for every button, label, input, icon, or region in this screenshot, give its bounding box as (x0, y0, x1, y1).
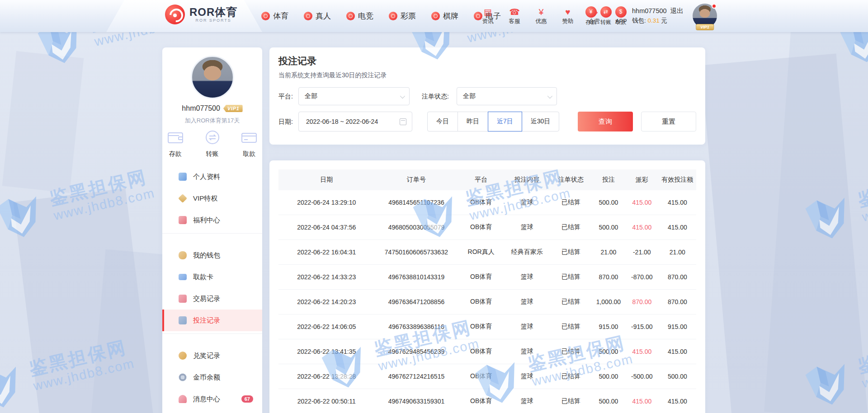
cell-order: 4967629485456239 (375, 348, 458, 355)
sidebar-item-label: 福利中心 (193, 216, 220, 225)
sidebar-item-profile[interactable]: 个人资料 (162, 166, 262, 188)
cell-bet: 500.00 (592, 373, 625, 380)
table-row: 2022-06-24 13:29:104968145651107236OB体育篮… (278, 190, 696, 215)
cell-order: 747501606065733632 (375, 249, 458, 256)
avatar[interactable] (191, 56, 234, 99)
cell-date: 2022-06-22 14:06:05 (278, 323, 375, 330)
range-7days-button[interactable]: 近7日 (488, 112, 522, 131)
util-label: 客服 (509, 18, 520, 25)
nav-item-label: 体育 (273, 11, 288, 21)
brand-logo[interactable]: ROR体育 ROR SPORTS (165, 5, 237, 24)
platform-label: 平台: (278, 87, 293, 105)
sidebar-item-label: 投注记录 (193, 316, 220, 325)
quick-range-group: 今日 昨日 近7日 近30日 (427, 112, 559, 131)
column-header: 日期 (278, 176, 375, 184)
sports-icon (261, 12, 270, 20)
cell-order: 4967636471208856 (375, 298, 458, 305)
column-header: 派彩 (625, 176, 659, 184)
cell-payout: -21.00 (625, 249, 659, 256)
nav-news-button[interactable]: ▤资讯 (477, 7, 498, 25)
column-header: 注单状态 (550, 176, 592, 184)
sidebar-deposit-label: 存款 (169, 150, 182, 158)
sidebar-item-label: 兑奖记录 (193, 352, 220, 360)
sidebar-item-welfare[interactable]: 福利中心 (162, 209, 262, 231)
cell-payout: -870.00 (625, 273, 659, 281)
logout-button[interactable]: 退出 (670, 7, 684, 14)
range-today-button[interactable]: 今日 (427, 112, 458, 131)
quick-label: 存款 (585, 19, 596, 26)
vip-badge: VIP1 (223, 105, 243, 112)
nav-item-board-games[interactable]: 棋牌 (431, 11, 458, 21)
nav-sponsor-button[interactable]: ♥赞助 (557, 7, 578, 25)
nav-menu: 体育 真人 电竞 彩票 棋牌 电子 (261, 0, 501, 32)
order-status-select[interactable]: 全部 (457, 87, 557, 105)
range-yesterday-button[interactable]: 昨日 (458, 112, 488, 131)
platform-select[interactable]: 全部 (298, 87, 410, 105)
sidebar-item-messages[interactable]: 消息中心 67 (162, 388, 262, 410)
bet-records-table: 日期 订单号 平台 投注内容 注单状态 投注 派彩 有效投注额 2022-06-… (269, 160, 705, 413)
nav-item-label: 电竞 (358, 11, 373, 21)
sidebar-item-label: 消息中心 (193, 395, 220, 404)
nav-item-sports[interactable]: 体育 (261, 11, 288, 21)
sidebar-item-vip[interactable]: VIP特权 (162, 188, 262, 209)
document-icon (179, 295, 187, 303)
cell-valid: 870.00 (659, 298, 696, 305)
sidebar-item-bet-records[interactable]: 投注记录 (162, 310, 262, 331)
table-row: 2022-06-22 13:28:284967627124216515OB体育篮… (278, 364, 696, 389)
cell-platform: OB体育 (458, 273, 504, 281)
nav-deposit-button[interactable]: ¥存款 (584, 6, 598, 26)
table-row: 2022-06-22 14:06:054967633896386116OB体育篮… (278, 314, 696, 339)
cell-payout: -500.00 (625, 373, 659, 380)
quick-label: 取款 (615, 19, 626, 26)
ror-logo-icon (165, 5, 185, 24)
cell-bet: 21.00 (592, 249, 625, 256)
search-button[interactable]: 查询 (578, 112, 633, 131)
sidebar-item-transactions[interactable]: 交易记录 (162, 288, 262, 310)
cell-date: 2022-06-24 04:37:56 (278, 224, 375, 231)
calendar-icon (400, 118, 406, 125)
sidebar-item-withdraw-card[interactable]: 取款卡 (162, 266, 262, 288)
date-range-input[interactable]: 2022-06-18 ~ 2022-06-24 (298, 112, 412, 131)
cell-date: 2022-06-24 13:29:10 (278, 199, 375, 206)
cell-status: 已结算 (550, 347, 592, 356)
nav-item-lottery[interactable]: 彩票 (389, 11, 416, 21)
cell-date: 2022-06-22 00:50:11 (278, 398, 375, 405)
table-row: 2022-06-22 13:41:354967629485456239OB体育篮… (278, 339, 696, 364)
sidebar-transfer-button[interactable]: 转账 (199, 130, 226, 158)
range-30days-button[interactable]: 近30日 (522, 112, 560, 131)
lottery-icon (389, 12, 397, 20)
sidebar-deposit-button[interactable]: 存款 (162, 130, 189, 158)
sidebar-item-label: 取款卡 (193, 273, 213, 282)
cell-bet: 500.00 (592, 224, 625, 231)
nav-withdraw-button[interactable]: $取款 (614, 6, 627, 26)
currency-label: 元 (661, 17, 668, 24)
page-subtitle: 当前系统支持查询最近30日的投注记录 (278, 71, 387, 80)
nav-item-label: 棋牌 (443, 11, 458, 21)
chevron-down-icon (547, 94, 552, 99)
reset-button[interactable]: 重置 (641, 112, 696, 131)
cell-bet: 870.00 (592, 273, 625, 281)
divider (162, 233, 262, 234)
sidebar-item-coin-balance[interactable]: 金币余额 (162, 366, 262, 388)
nav-promo-button[interactable]: ¥优惠 (531, 7, 552, 25)
cell-date: 2022-06-22 13:28:28 (278, 373, 375, 380)
money-bag-icon (179, 352, 187, 360)
bank-card-icon (241, 130, 258, 147)
sidebar-item-prize-records[interactable]: 兑奖记录 (162, 345, 262, 366)
cell-platform: OB体育 (458, 347, 504, 356)
table-header: 日期 订单号 平台 投注内容 注单状态 投注 派彩 有效投注额 (278, 169, 696, 190)
cell-order: 4968145651107236 (375, 199, 458, 206)
cell-bet: 915.00 (592, 323, 625, 330)
sidebar-withdraw-button[interactable]: 取款 (236, 130, 262, 158)
nav-user-info: hhm077500退出 钱包: 0.31 元 (632, 6, 684, 26)
nav-item-live-casino[interactable]: 真人 (304, 11, 331, 21)
cell-content: 篮球 (504, 347, 550, 356)
nav-item-esports[interactable]: 电竞 (346, 11, 373, 21)
top-nav: ROR体育 ROR SPORTS 体育 真人 电竞 彩票 棋牌 电子 ▤资讯 ☎… (0, 0, 868, 32)
nav-transfer-button[interactable]: ⇄转账 (599, 6, 613, 26)
cell-valid: 870.00 (659, 273, 696, 281)
nav-avatar[interactable]: VIP1 (693, 4, 717, 28)
cell-content: 篮球 (504, 273, 550, 281)
nav-support-button[interactable]: ☎客服 (504, 7, 525, 25)
sidebar-item-wallet[interactable]: 我的钱包 (162, 244, 262, 266)
